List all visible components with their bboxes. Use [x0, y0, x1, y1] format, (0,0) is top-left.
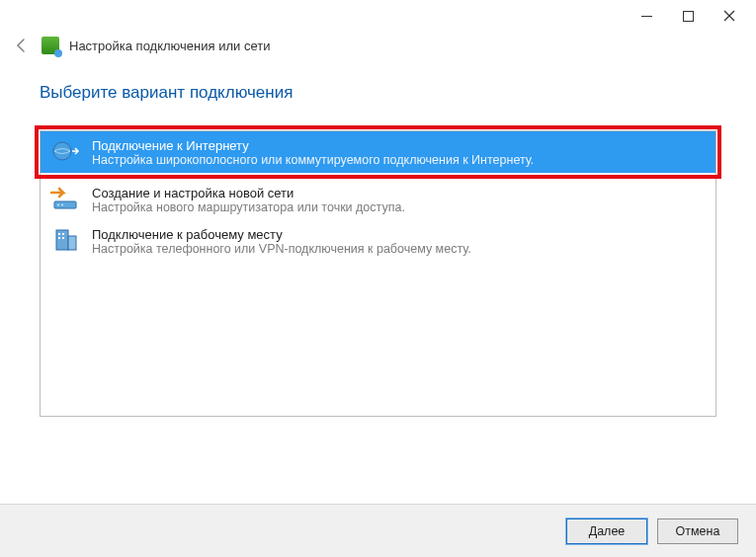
svg-rect-13	[62, 237, 64, 239]
option-new-network[interactable]: Создание и настройка новой сети Настройк…	[41, 179, 715, 220]
option-texts: Подключение к Интернету Настройка широко…	[92, 137, 534, 167]
content-area: Выберите вариант подключения Подключение…	[0, 63, 756, 417]
option-texts: Подключение к рабочему месту Настройка т…	[92, 226, 471, 256]
svg-point-4	[53, 142, 71, 160]
globe-icon	[48, 137, 82, 165]
option-workplace-connection[interactable]: Подключение к рабочему месту Настройка т…	[41, 220, 715, 262]
svg-rect-11	[62, 233, 64, 235]
header-row: Настройка подключения или сети	[0, 32, 756, 63]
next-button[interactable]: Далее	[566, 518, 647, 544]
svg-point-6	[57, 204, 59, 206]
router-icon	[48, 185, 82, 212]
option-texts: Создание и настройка новой сети Настройк…	[92, 185, 405, 214]
back-button[interactable]	[12, 36, 32, 55]
titlebar	[0, 0, 756, 32]
option-title: Создание и настройка новой сети	[92, 186, 405, 200]
svg-point-7	[61, 204, 63, 206]
svg-rect-10	[58, 233, 60, 235]
svg-rect-1	[683, 11, 693, 21]
option-internet-connection[interactable]: Подключение к Интернету Настройка широко…	[41, 131, 715, 173]
option-list: Подключение к Интернету Настройка широко…	[40, 130, 716, 417]
svg-rect-12	[58, 237, 60, 239]
option-desc: Настройка телефонного или VPN-подключени…	[92, 242, 471, 256]
window-title: Настройка подключения или сети	[69, 39, 270, 53]
building-icon	[48, 226, 82, 254]
svg-rect-9	[68, 236, 76, 250]
option-title: Подключение к Интернету	[92, 138, 534, 153]
page-heading: Выберите вариант подключения	[40, 83, 716, 103]
option-desc: Настройка нового маршрутизатора или точк…	[92, 200, 405, 214]
option-desc: Настройка широкополосного или коммутируе…	[92, 153, 534, 167]
minimize-button[interactable]	[626, 2, 667, 30]
footer: Далее Отмена	[0, 504, 756, 557]
cancel-button[interactable]: Отмена	[657, 518, 738, 544]
maximize-button[interactable]	[667, 2, 709, 30]
option-title: Подключение к рабочему месту	[92, 227, 471, 242]
wizard-icon	[42, 37, 59, 54]
close-button[interactable]	[709, 2, 750, 30]
highlight-frame: Подключение к Интернету Настройка широко…	[35, 125, 721, 179]
